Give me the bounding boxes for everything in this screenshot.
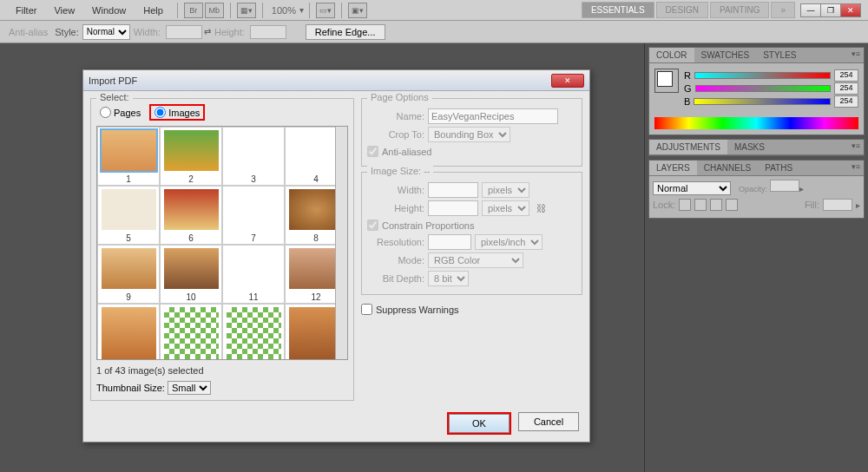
thumb-7[interactable]: 7 bbox=[222, 186, 285, 245]
minimize-button[interactable]: — bbox=[800, 3, 821, 17]
thumbsize-select[interactable]: Small bbox=[168, 381, 211, 395]
layers-panel: LAYERS CHANNELS PATHS ▾≡ Normal Opacity:… bbox=[648, 160, 865, 219]
panel-menu-icon[interactable]: ▾≡ bbox=[848, 140, 864, 154]
color-panel: COLOR SWATCHES STYLES ▾≡ R254 G254 B254 bbox=[648, 47, 865, 135]
maximize-button[interactable]: ❐ bbox=[820, 3, 841, 17]
ok-button[interactable]: OK bbox=[449, 414, 510, 433]
image-size-group: Image Size: -- Width:pixels Height:pixel… bbox=[361, 172, 582, 295]
pages-radio[interactable]: Pages bbox=[96, 106, 144, 119]
width-label: Width: bbox=[134, 27, 161, 37]
width-field[interactable] bbox=[166, 25, 202, 39]
mode-select: RGB Color bbox=[428, 252, 523, 268]
menu-filter[interactable]: Filter bbox=[7, 5, 45, 16]
tab-masks[interactable]: MASKS bbox=[727, 140, 772, 154]
main-menu-bar: Filter View Window Help Br Mb ▦▾ 100%▾ ▭… bbox=[0, 0, 868, 21]
thumb-9[interactable]: 9 bbox=[97, 245, 160, 304]
height-unit: pixels bbox=[482, 200, 529, 216]
minibridge-button[interactable]: Mb bbox=[205, 3, 224, 18]
bridge-button[interactable]: Br bbox=[184, 3, 203, 18]
thumb-2[interactable]: 2 bbox=[160, 127, 222, 186]
tab-channels[interactable]: CHANNELS bbox=[697, 161, 758, 175]
zoom-level[interactable]: 100% bbox=[272, 5, 296, 16]
dialog-titlebar[interactable]: Import PDF ✕ bbox=[83, 70, 589, 91]
thumb-13[interactable] bbox=[97, 304, 160, 360]
refine-edge-button[interactable]: Refine Edge... bbox=[306, 24, 385, 40]
opacity-field[interactable] bbox=[770, 180, 799, 192]
g-value[interactable]: 254 bbox=[834, 82, 858, 95]
antialias-label: Anti-alias bbox=[9, 27, 48, 37]
arrange-icon[interactable]: ▦▾ bbox=[237, 3, 256, 18]
panel-menu-icon[interactable]: ▾≡ bbox=[848, 161, 864, 175]
tab-layers[interactable]: LAYERS bbox=[649, 161, 697, 175]
height-field[interactable] bbox=[250, 25, 286, 39]
cancel-button[interactable]: Cancel bbox=[518, 412, 579, 431]
suppress-check[interactable] bbox=[361, 304, 372, 315]
images-radio[interactable]: Images bbox=[149, 104, 205, 121]
lock-position-icon[interactable] bbox=[710, 199, 722, 211]
select-label: Select: bbox=[96, 92, 133, 102]
tab-color[interactable]: COLOR bbox=[649, 48, 694, 62]
workspace-painting[interactable]: PAINTING bbox=[710, 2, 769, 18]
select-group: Select: Pages Images 1 2 3 4 5 6 7 8 9 1… bbox=[90, 98, 354, 401]
menu-window[interactable]: Window bbox=[83, 5, 135, 16]
lock-pixels-icon[interactable] bbox=[694, 199, 707, 211]
menu-view[interactable]: View bbox=[45, 5, 83, 16]
fill-field[interactable] bbox=[823, 199, 852, 211]
height-label: Height: bbox=[214, 27, 245, 37]
dialog-title: Import PDF bbox=[89, 75, 551, 86]
thumb-1[interactable]: 1 bbox=[97, 127, 160, 186]
tab-styles[interactable]: STYLES bbox=[756, 48, 803, 62]
selection-status: 1 of 43 image(s) selected bbox=[96, 365, 348, 376]
thumbs-scrollbar[interactable] bbox=[335, 127, 347, 359]
spectrum-bar[interactable] bbox=[654, 117, 858, 129]
r-slider[interactable] bbox=[694, 72, 831, 79]
thumb-6[interactable]: 6 bbox=[160, 186, 222, 245]
style-select[interactable]: Normal bbox=[82, 24, 130, 40]
thumbsize-label: Thumbnail Size: bbox=[96, 383, 165, 393]
constrain-check bbox=[367, 220, 378, 231]
lock-transparent-icon[interactable] bbox=[679, 199, 691, 211]
antialiased-check bbox=[367, 146, 378, 157]
b-slider[interactable] bbox=[694, 98, 831, 105]
name-field bbox=[428, 108, 558, 124]
ok-highlight: OK bbox=[447, 412, 511, 435]
page-options-group: Page Options Name: Crop To:Bounding Box … bbox=[361, 98, 582, 167]
close-button[interactable]: ✕ bbox=[840, 3, 861, 17]
menu-help[interactable]: Help bbox=[135, 5, 172, 16]
g-slider[interactable] bbox=[695, 85, 831, 92]
workspace-essentials[interactable]: ESSENTIALS bbox=[582, 2, 654, 18]
width-unit: pixels bbox=[482, 182, 529, 198]
cropto-select: Bounding Box bbox=[428, 127, 510, 142]
height-input bbox=[428, 200, 478, 216]
r-value[interactable]: 254 bbox=[834, 69, 858, 82]
right-panel-dock: COLOR SWATCHES STYLES ▾≡ R254 G254 B254 … bbox=[644, 43, 868, 472]
thumb-10[interactable]: 10 bbox=[160, 245, 222, 304]
workspace-design[interactable]: DESIGN bbox=[656, 2, 708, 18]
tab-paths[interactable]: PATHS bbox=[758, 161, 799, 175]
blend-mode-select[interactable]: Normal bbox=[653, 181, 731, 195]
b-value[interactable]: 254 bbox=[834, 95, 858, 108]
panel-menu-icon[interactable]: ▾≡ bbox=[848, 48, 864, 62]
options-bar: Anti-alias Style: Normal Width: ⇄ Height… bbox=[0, 21, 868, 43]
thumb-11[interactable]: 11 bbox=[222, 245, 285, 304]
adjustments-panel: ADJUSTMENTS MASKS ▾≡ bbox=[648, 139, 865, 156]
extras-icon[interactable]: ▣▾ bbox=[348, 3, 367, 18]
thumb-14[interactable] bbox=[160, 304, 222, 360]
thumbnail-grid: 1 2 3 4 5 6 7 8 9 10 11 12 bbox=[96, 126, 348, 360]
screen-mode-icon[interactable]: ▭▾ bbox=[316, 3, 335, 18]
lock-all-icon[interactable] bbox=[726, 199, 738, 211]
dialog-close-button[interactable]: ✕ bbox=[551, 74, 584, 88]
tab-swatches[interactable]: SWATCHES bbox=[694, 48, 757, 62]
link-icon: ⛓ bbox=[536, 203, 546, 213]
resolution-unit: pixels/inch bbox=[475, 234, 542, 250]
opacity-label: Opacity: bbox=[739, 185, 767, 193]
thumb-3[interactable]: 3 bbox=[222, 127, 285, 186]
color-swatch[interactable] bbox=[654, 69, 679, 93]
tab-adjustments[interactable]: ADJUSTMENTS bbox=[649, 140, 727, 154]
import-pdf-dialog: Import PDF ✕ Select: Pages Images 1 2 3 … bbox=[82, 69, 590, 442]
thumb-5[interactable]: 5 bbox=[97, 186, 160, 245]
thumb-15[interactable] bbox=[222, 304, 285, 360]
swap-icon[interactable]: ⇄ bbox=[204, 27, 211, 36]
bitdepth-select: 8 bit bbox=[428, 271, 469, 286]
workspace-more[interactable]: » bbox=[771, 2, 795, 18]
